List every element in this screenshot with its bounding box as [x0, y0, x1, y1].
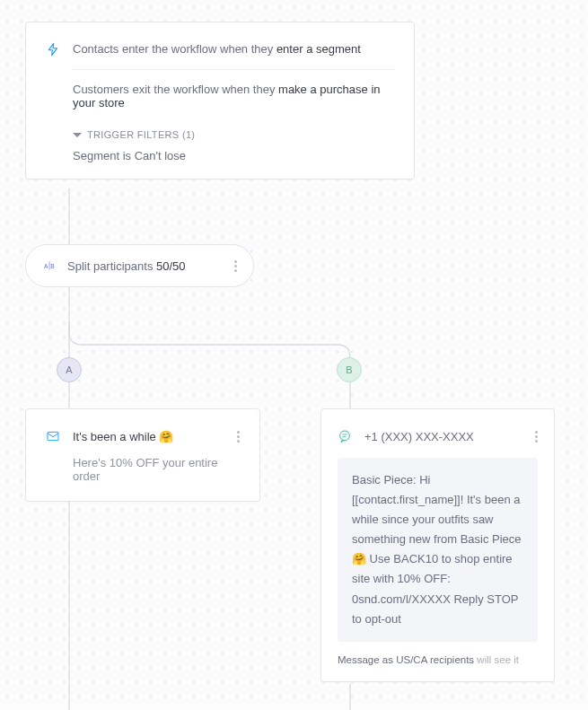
sms-more-menu[interactable] [535, 431, 538, 443]
svg-point-8 [340, 431, 350, 441]
lightning-icon [46, 42, 60, 57]
trigger-filters-toggle[interactable]: TRIGGER FILTERS (1) [46, 129, 394, 140]
trigger-card[interactable]: Contacts enter the workflow when they en… [25, 22, 415, 180]
chevron-down-icon [73, 133, 82, 137]
svg-rect-7 [48, 432, 58, 440]
trigger-enter-text: Contacts enter the workflow when they en… [73, 42, 361, 56]
email-preview: Here's 10% OFF your entire order [46, 456, 240, 483]
sms-from-number: +1 (XXX) XXX-XXXX [364, 430, 522, 443]
trigger-filters-label: TRIGGER FILTERS (1) [87, 129, 195, 140]
branch-badge-b: B [337, 357, 362, 382]
sms-footer: Message as US/CA recipients will see it [338, 654, 538, 665]
sms-body: Basic Piece: Hi [[contact.first_name]]! … [338, 458, 538, 642]
sms-node[interactable]: +1 (XXX) XXX-XXXX Basic Piece: Hi [[cont… [320, 408, 555, 682]
trigger-exit-text: Customers exit the workflow when they ma… [73, 69, 394, 110]
branch-badge-a: A [57, 357, 82, 382]
ab-split-icon: A B [42, 259, 57, 273]
trigger-filter-item: Segment is Can't lose [46, 149, 394, 162]
email-subject: It's been a while 🤗 [73, 430, 224, 443]
sms-icon [338, 429, 352, 443]
split-node[interactable]: A B Split participants 50/50 [25, 244, 254, 287]
split-label: Split participants 50/50 [67, 259, 224, 273]
svg-text:A: A [44, 263, 48, 269]
split-more-menu[interactable] [234, 260, 237, 272]
mail-icon [46, 429, 60, 443]
email-more-menu[interactable] [237, 431, 240, 443]
svg-text:B: B [50, 263, 55, 269]
email-node[interactable]: It's been a while 🤗 Here's 10% OFF your … [25, 408, 260, 502]
